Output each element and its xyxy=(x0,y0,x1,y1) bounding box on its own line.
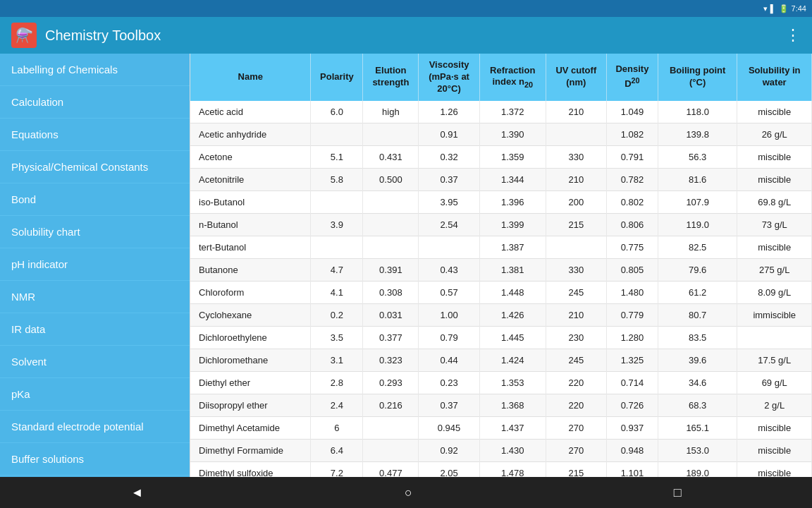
col-viscosity: Viscosity(mPa·s at20°C) xyxy=(419,54,479,101)
table-cell: Dichloroethylene xyxy=(190,326,311,349)
sidebar-item-labelling[interactable]: Labelling of Chemicals xyxy=(0,54,190,86)
flask-icon: ⚗️ xyxy=(16,27,33,44)
time-display: 7:44 xyxy=(792,4,806,13)
sidebar-item-nmr[interactable]: NMR xyxy=(0,281,190,313)
table-cell: 69 g/L xyxy=(737,371,812,394)
table-cell: 3.9 xyxy=(311,213,363,236)
sidebar-item-equations[interactable]: Equations xyxy=(0,119,190,151)
table-cell: 68.3 xyxy=(658,394,737,416)
table-row: Dimethyl Formamide6.40.921.4302700.94815… xyxy=(190,439,812,461)
table-cell xyxy=(363,213,419,236)
table-cell: 81.6 xyxy=(658,168,737,190)
back-button[interactable]: ◄ xyxy=(113,480,160,506)
sidebar-item-solubility[interactable]: Solubility chart xyxy=(0,216,190,248)
sidebar-item-solvent[interactable]: Solvent xyxy=(0,346,190,378)
table-cell: 0.57 xyxy=(419,281,479,303)
table-cell: 17.5 g/L xyxy=(737,349,812,371)
status-icons: ▾ ▌ 🔋 7:44 xyxy=(763,4,806,13)
table-cell: 2.05 xyxy=(419,461,479,477)
table-cell: Diisopropyl ether xyxy=(190,394,311,416)
col-boiling: Boiling point(°C) xyxy=(658,54,737,101)
table-cell: n-Butanol xyxy=(190,213,311,236)
table-row: Diethyl ether2.80.2930.231.3532200.71434… xyxy=(190,371,812,394)
table-cell: 0.391 xyxy=(363,258,419,281)
sidebar: Labelling of Chemicals Calculation Equat… xyxy=(0,54,190,477)
sidebar-item-organic[interactable]: Organic Molecules xyxy=(0,476,190,477)
table-row: Butanone4.70.3910.431.3813300.80579.6275… xyxy=(190,258,812,281)
home-button[interactable]: ○ xyxy=(388,480,429,506)
table-cell: 0.500 xyxy=(363,168,419,190)
sidebar-item-calculation[interactable]: Calculation xyxy=(0,86,190,119)
table-cell: 119.0 xyxy=(658,213,737,236)
col-refraction: Refractionindex n20 xyxy=(479,54,546,101)
overflow-menu-button[interactable]: ⋮ xyxy=(785,26,801,44)
table-row: Diisopropyl ether2.40.2160.371.3682200.7… xyxy=(190,394,812,416)
table-cell: tert-Butanol xyxy=(190,236,311,258)
table-cell: 200 xyxy=(546,190,606,213)
table-cell: 0.431 xyxy=(363,145,419,168)
sidebar-item-pka[interactable]: pKa xyxy=(0,378,190,411)
status-bar: ▾ ▌ 🔋 7:44 xyxy=(0,0,812,17)
table-header-row: Name Polarity Elutionstrength Viscosity(… xyxy=(190,54,812,101)
table-cell: 1.396 xyxy=(479,190,546,213)
table-cell: 189.0 xyxy=(658,461,737,477)
sidebar-item-ir[interactable]: IR data xyxy=(0,313,190,346)
table-cell: 6.0 xyxy=(311,101,363,123)
sidebar-item-bond[interactable]: Bond xyxy=(0,183,190,216)
col-polarity: Polarity xyxy=(311,54,363,101)
table-cell xyxy=(546,123,606,145)
table-cell: 0.293 xyxy=(363,371,419,394)
sidebar-item-buffer[interactable]: Buffer solutions xyxy=(0,443,190,476)
table-cell: 1.049 xyxy=(606,101,658,123)
table-cell: 8.09 g/L xyxy=(737,281,812,303)
content-area: Name Polarity Elutionstrength Viscosity(… xyxy=(190,54,812,477)
sidebar-item-ph[interactable]: pH indicator xyxy=(0,248,190,281)
table-cell: miscible xyxy=(737,461,812,477)
table-cell: 1.082 xyxy=(606,123,658,145)
table-cell: 210 xyxy=(546,101,606,123)
sidebar-item-constants[interactable]: Physical/Chemical Constants xyxy=(0,151,190,183)
table-cell: Dichloromethane xyxy=(190,349,311,371)
table-cell: 153.0 xyxy=(658,439,737,461)
table-cell: 69.8 g/L xyxy=(737,190,812,213)
table-cell: 0.806 xyxy=(606,213,658,236)
table-row: Dichloromethane3.10.3230.441.4242451.325… xyxy=(190,349,812,371)
table-cell: 4.7 xyxy=(311,258,363,281)
table-cell: 1.372 xyxy=(479,101,546,123)
table-cell: immiscible xyxy=(737,303,812,326)
table-cell: 0.23 xyxy=(419,371,479,394)
table-cell: 1.344 xyxy=(479,168,546,190)
table-row: n-Butanol3.92.541.3992150.806119.073 g/L xyxy=(190,213,812,236)
sidebar-item-electrode[interactable]: Standard electrode potential xyxy=(0,411,190,443)
table-cell: 210 xyxy=(546,303,606,326)
table-cell: Acetonitrile xyxy=(190,168,311,190)
table-cell: 245 xyxy=(546,349,606,371)
table-cell: miscible xyxy=(737,101,812,123)
table-cell: 1.480 xyxy=(606,281,658,303)
table-cell: 1.424 xyxy=(479,349,546,371)
col-density: DensityD20 xyxy=(606,54,658,101)
table-cell xyxy=(363,190,419,213)
table-cell: 0.948 xyxy=(606,439,658,461)
table-cell: 3.95 xyxy=(419,190,479,213)
table-cell: 230 xyxy=(546,326,606,349)
table-row: Dimethyl sulfoxide7.20.4772.051.4782151.… xyxy=(190,461,812,477)
table-cell: Chloroform xyxy=(190,281,311,303)
table-cell xyxy=(311,236,363,258)
table-cell: iso-Butanol xyxy=(190,190,311,213)
table-cell: 83.5 xyxy=(658,326,737,349)
table-cell: 4.1 xyxy=(311,281,363,303)
table-cell: 5.8 xyxy=(311,168,363,190)
table-cell: 2.54 xyxy=(419,213,479,236)
table-cell xyxy=(737,326,812,349)
table-container[interactable]: Name Polarity Elutionstrength Viscosity(… xyxy=(190,54,812,477)
table-cell: 0.32 xyxy=(419,145,479,168)
table-cell: Diethyl ether xyxy=(190,371,311,394)
table-cell: 1.387 xyxy=(479,236,546,258)
table-cell xyxy=(363,416,419,439)
table-cell: 0.805 xyxy=(606,258,658,281)
recent-button[interactable]: □ xyxy=(657,480,699,506)
table-cell: 215 xyxy=(546,461,606,477)
table-cell: 34.6 xyxy=(658,371,737,394)
table-cell: miscible xyxy=(737,439,812,461)
